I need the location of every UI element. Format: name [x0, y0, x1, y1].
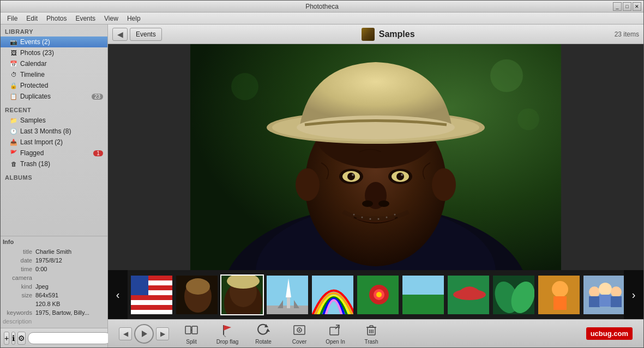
minimize-button[interactable]: _	[613, 2, 622, 11]
thumb-item-6[interactable]	[356, 274, 400, 315]
info-button[interactable]: ℹ	[11, 332, 15, 345]
sidebar-item-calendar[interactable]: 📅 Calendar	[1, 58, 107, 69]
calendar-label: Calendar	[20, 60, 103, 68]
prev-photo-button[interactable]: ◀	[119, 327, 132, 340]
menu-help[interactable]: Help	[123, 14, 145, 23]
sidebar-item-samples[interactable]: 📁 Samples	[1, 115, 107, 126]
svg-point-19	[378, 200, 389, 207]
split-icon	[184, 322, 199, 338]
info-row-size: size 864x591	[3, 291, 105, 300]
titlebar: Phototheca _ □ ✕	[1, 1, 643, 13]
menu-file[interactable]: File	[3, 14, 22, 23]
svg-point-24	[297, 115, 455, 139]
thumb-item-9[interactable]	[492, 274, 535, 315]
samples-icon: 📁	[9, 116, 18, 125]
trash-button[interactable]: Trash	[358, 322, 385, 345]
thumbnail-strip: ‹	[108, 270, 643, 319]
play-button[interactable]	[134, 324, 154, 344]
rotate-button[interactable]: Rotate	[250, 322, 277, 345]
svg-point-14	[396, 173, 404, 180]
dropflag-button[interactable]: Drop flag	[214, 322, 241, 345]
add-button[interactable]: +	[4, 332, 9, 345]
menu-photos[interactable]: Photos	[42, 14, 71, 23]
sidebar-item-events[interactable]: 📷 Events (2)	[1, 36, 107, 47]
photo-main: © Red Morgan, www.redmorgan.com ‹	[108, 44, 643, 347]
svg-rect-38	[131, 305, 173, 310]
close-button[interactable]: ✕	[633, 2, 641, 11]
split-button[interactable]: Split	[178, 322, 205, 345]
photo-display[interactable]: © Red Morgan, www.redmorgan.com	[108, 44, 643, 270]
action-bar: ◀ ▶	[108, 319, 643, 347]
info-key-camera: camera	[3, 273, 35, 282]
window-title: Phototheca	[305, 3, 339, 10]
trash-label: Trash (18)	[20, 160, 103, 168]
thumb-item-10[interactable]	[537, 274, 581, 315]
sidebar-item-last3months[interactable]: 🕐 Last 3 Months (8)	[1, 126, 107, 137]
thumb-next-button[interactable]: ›	[624, 270, 643, 319]
toolbar-title-area: Samples	[162, 28, 615, 41]
svg-point-2	[517, 108, 539, 130]
trash-label: Trash	[364, 339, 378, 345]
thumb-item-11[interactable]	[582, 274, 624, 315]
albums-header: ALBUMS	[1, 173, 107, 182]
sidebar-content: LIBRARY 📷 Events (2) 🖼 Photos (23) 📅 Cal…	[1, 25, 107, 236]
events-button[interactable]: Events	[130, 28, 162, 41]
play-icon	[140, 330, 148, 338]
sidebar-item-photos[interactable]: 🖼 Photos (23)	[1, 47, 107, 58]
thumb-item-2[interactable]	[175, 274, 219, 315]
thumb-item-4[interactable]	[266, 274, 309, 315]
svg-rect-68	[553, 296, 567, 310]
sidebar-item-lastimport[interactable]: 📥 Last Import (2)	[1, 137, 107, 148]
thumb-item-5[interactable]	[311, 274, 354, 315]
svg-marker-78	[142, 331, 147, 337]
rotate-label: Rotate	[255, 339, 271, 345]
cover-button[interactable]: Cover	[286, 322, 313, 345]
openin-label: Open In	[326, 339, 345, 345]
svg-point-1	[490, 59, 523, 92]
openin-icon	[328, 322, 343, 338]
sidebar-item-trash[interactable]: 🗑 Trash (18)	[1, 158, 107, 169]
settings-button[interactable]: ⚙	[17, 332, 26, 345]
thumb-item-7[interactable]	[401, 274, 445, 315]
menu-events[interactable]: Events	[71, 14, 100, 23]
info-key-size: size	[3, 291, 35, 300]
svg-rect-73	[589, 296, 600, 307]
last3months-label: Last 3 Months (8)	[20, 127, 103, 135]
svg-point-15	[352, 174, 354, 176]
svg-rect-51	[287, 297, 290, 308]
svg-marker-83	[224, 325, 231, 331]
menu-view[interactable]: View	[100, 14, 123, 23]
svg-point-26	[362, 216, 363, 218]
duplicates-badge: 23	[92, 94, 103, 100]
thumb-scroll	[128, 273, 624, 316]
sidebar-item-timeline[interactable]: ⏱ Timeline	[1, 69, 107, 80]
sidebar-item-protected[interactable]: 🔒 Protected	[1, 80, 107, 91]
main-window: Phototheca _ □ ✕ File Edit Photos Events…	[0, 0, 644, 348]
search-input[interactable]	[28, 332, 111, 344]
svg-point-20	[296, 168, 320, 201]
thumb-item-1[interactable]	[130, 274, 173, 315]
sidebar-item-flagged[interactable]: 🚩 Flagged 1	[1, 148, 107, 158]
info-row-date: date 1975/8/12	[3, 256, 105, 265]
maximize-button[interactable]: □	[623, 2, 631, 11]
next-photo-button[interactable]: ▶	[156, 327, 169, 340]
events-icon: 📷	[9, 38, 18, 46]
info-desc: description	[3, 317, 105, 326]
timeline-icon: ⏱	[9, 70, 18, 79]
svg-rect-36	[131, 295, 173, 300]
portrait-svg	[190, 44, 561, 270]
thumb-item-8[interactable]	[447, 274, 490, 315]
thumb-item-3[interactable]	[220, 274, 264, 315]
back-button[interactable]: ◀	[112, 28, 128, 41]
openin-button[interactable]: Open In	[322, 322, 349, 345]
svg-rect-90	[330, 327, 339, 335]
sidebar-item-duplicates[interactable]: 📋 Duplicates 23	[1, 91, 107, 102]
menu-edit[interactable]: Edit	[22, 14, 42, 23]
calendar-icon: 📅	[9, 59, 18, 68]
info-key-filesize	[3, 300, 35, 308]
thumb-prev-button[interactable]: ‹	[108, 270, 128, 319]
protected-icon: 🔒	[9, 81, 18, 90]
flagged-badge: 1	[93, 150, 103, 156]
svg-point-89	[299, 329, 300, 331]
cover-icon	[292, 322, 307, 338]
